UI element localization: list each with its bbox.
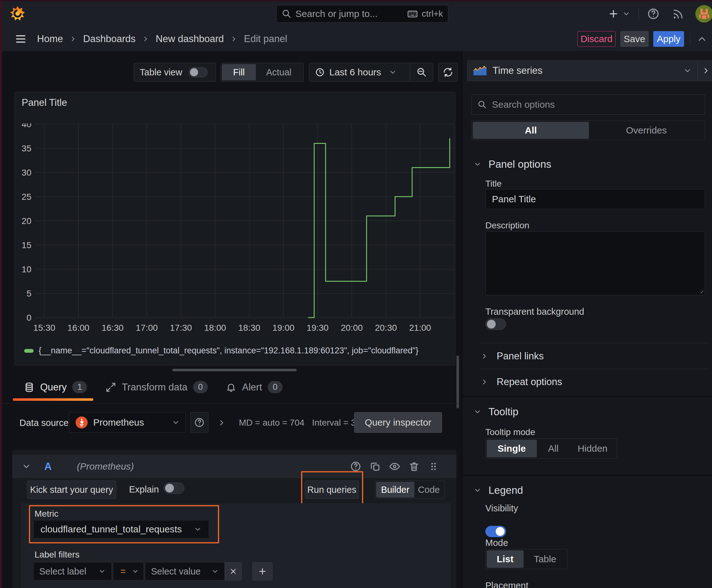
fill-actual-segmented: Fill Actual — [221, 63, 304, 82]
repeat-options-label: Repeat options — [497, 376, 562, 387]
time-series-chart[interactable]: 051015202530354015:3016:0016:3017:0017:3… — [15, 123, 454, 343]
search-options-input[interactable]: Search options — [472, 94, 705, 114]
select-label-placeholder: Select label — [39, 566, 94, 577]
panel-title-input[interactable] — [486, 189, 705, 209]
collapse-chevron-up-icon[interactable] — [696, 33, 708, 45]
svg-text:15:30: 15:30 — [33, 323, 55, 333]
legend-mode-table[interactable]: Table — [524, 550, 566, 568]
panel-title[interactable]: Panel Title — [22, 97, 67, 108]
tab-query[interactable]: Query 1 — [24, 381, 87, 393]
breadcrumb-chevron-icon — [69, 35, 77, 43]
breadcrumb-new-dashboard[interactable]: New dashboard — [156, 33, 224, 45]
tooltip-mode-hidden[interactable]: Hidden — [570, 440, 615, 457]
menu-hamburger-icon[interactable] — [15, 33, 27, 45]
metric-select[interactable]: cloudflared_tunnel_total_requests — [33, 520, 209, 538]
add-icon[interactable] — [608, 8, 619, 19]
news-rss-icon[interactable] — [671, 7, 684, 20]
transparent-background-toggle[interactable] — [486, 318, 506, 330]
actual-option[interactable]: Actual — [256, 64, 302, 80]
chart-legend: {__name__="cloudflared_tunnel_total_requ… — [24, 346, 418, 356]
svg-text:15: 15 — [22, 240, 31, 250]
duplicate-query-icon[interactable] — [369, 461, 381, 472]
zoom-out-button[interactable] — [410, 67, 433, 78]
datasource-picker[interactable]: Prometheus — [69, 412, 186, 433]
repeat-options-section[interactable]: Repeat options — [480, 376, 562, 387]
tab-alert[interactable]: Alert 0 — [226, 381, 283, 393]
grafana-logo-curl — [12, 8, 24, 19]
breadcrumb-home[interactable]: Home — [37, 33, 63, 45]
panel-links-section[interactable]: Panel links — [480, 351, 544, 362]
panel-links-label: Panel links — [497, 351, 544, 362]
active-tab-underline — [13, 398, 93, 401]
global-search-input[interactable]: Search or jump to... ctrl+k — [276, 5, 448, 23]
query-inspector-button[interactable]: Query inspector — [354, 412, 442, 433]
section-divider — [462, 396, 712, 397]
time-range-chevron-icon — [389, 68, 397, 76]
query-row-card: A (Prometheus) Kick start your query Exp… — [12, 450, 456, 588]
operator-dropdown[interactable]: = — [113, 562, 144, 581]
kickstart-query-button[interactable]: Kick start your query — [27, 481, 116, 499]
tab-transform-label: Transform data — [122, 382, 188, 393]
time-range-picker[interactable]: Last 6 hours — [309, 67, 410, 78]
metric-value: cloudflared_tunnel_total_requests — [41, 524, 188, 534]
delete-query-trash-icon[interactable] — [408, 461, 420, 472]
select-label-dropdown[interactable]: Select label — [33, 562, 112, 581]
query-ref-id[interactable]: A — [44, 460, 52, 472]
query-builder-area: Metric cloudflared_tunnel_total_requests… — [21, 503, 451, 588]
visualization-name: Time series — [493, 65, 677, 76]
run-queries-button[interactable]: Run queries — [305, 481, 359, 499]
tab-transform[interactable]: Transform data 0 — [106, 381, 208, 393]
discard-button[interactable]: Discard — [577, 31, 616, 47]
remove-filter-button[interactable] — [225, 562, 242, 581]
tooltip-mode-all[interactable]: All — [537, 440, 570, 457]
save-button[interactable]: Save — [620, 31, 649, 47]
table-view-toggle[interactable] — [189, 67, 208, 77]
options-expand-chevron-icon[interactable] — [217, 418, 226, 427]
close-x-icon — [229, 567, 237, 575]
tooltip-mode-single[interactable]: Single — [487, 440, 537, 457]
query-help-icon[interactable] — [350, 461, 361, 472]
svg-text:20: 20 — [22, 216, 31, 226]
legend-series-swatch[interactable] — [24, 349, 34, 353]
collapse-options-button[interactable] — [698, 66, 712, 75]
drag-handle-icon[interactable] — [428, 461, 439, 472]
operator-value: = — [118, 566, 128, 577]
time-series-viz-icon — [473, 65, 487, 76]
grafana-app: Search or jump to... ctrl+k Home — [0, 0, 712, 588]
filter-tab-overrides[interactable]: Overrides — [589, 122, 704, 139]
tab-query-count: 1 — [72, 381, 87, 393]
panel-description-textarea[interactable] — [486, 231, 705, 295]
legend-series-label[interactable]: {__name__="cloudflared_tunnel_total_requ… — [39, 346, 418, 356]
keyboard-icon — [407, 8, 418, 19]
breadcrumb-dashboards[interactable]: Dashboards — [83, 33, 136, 45]
tooltip-header[interactable]: Tooltip — [473, 406, 518, 418]
refresh-button[interactable] — [438, 63, 458, 82]
query-row-header[interactable]: A (Prometheus) — [12, 455, 456, 478]
code-option[interactable]: Code — [414, 482, 443, 498]
toggle-visibility-eye-icon[interactable] — [389, 461, 400, 472]
legend-mode-list[interactable]: List — [487, 550, 524, 568]
user-avatar[interactable] — [695, 5, 712, 23]
panel-options-header[interactable]: Panel options — [473, 158, 551, 170]
select-value-dropdown[interactable]: Select value — [145, 562, 225, 581]
add-filter-button[interactable] — [253, 562, 273, 581]
fill-option[interactable]: Fill — [222, 64, 256, 80]
chevron-right-icon — [480, 378, 489, 386]
help-circle-icon — [194, 417, 205, 428]
datasource-help-button[interactable] — [190, 412, 209, 433]
help-icon[interactable] — [647, 7, 660, 20]
add-chevron-down-icon[interactable] — [622, 10, 630, 18]
legend-header[interactable]: Legend — [473, 484, 523, 496]
panel-resize-handle[interactable] — [172, 369, 297, 371]
explain-toggle[interactable] — [164, 482, 184, 494]
legend-visibility-toggle[interactable] — [486, 526, 506, 537]
metric-label: Metric — [35, 509, 58, 519]
apply-button[interactable]: Apply — [653, 31, 684, 47]
grafana-logo[interactable] — [10, 6, 25, 21]
query-collapse-chevron-icon[interactable] — [22, 462, 31, 471]
visualization-picker[interactable]: Time series — [468, 65, 697, 76]
builder-option[interactable]: Builder — [376, 482, 414, 498]
panel-preview: Panel Title 051015202530354015:3016:0016… — [15, 92, 455, 365]
filter-tab-all[interactable]: All — [473, 122, 589, 139]
datasource-name: Prometheus — [93, 417, 167, 428]
